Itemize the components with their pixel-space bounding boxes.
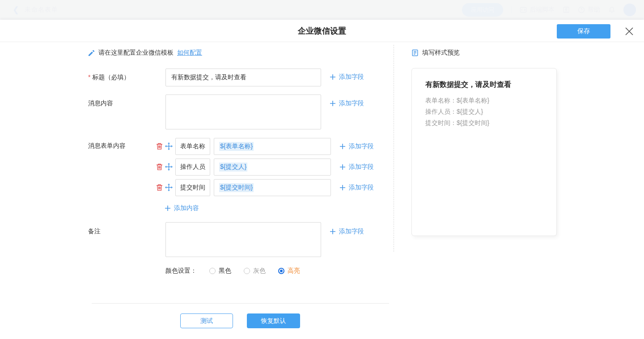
title-input[interactable] (165, 69, 321, 86)
delete-icon[interactable] (156, 184, 163, 191)
add-field-title-link[interactable]: 添加字段 (330, 73, 364, 81)
remark-textarea[interactable] (165, 222, 321, 257)
screen: ❮ 未命名表单 应用访问 后端脚本 帮助 (0, 0, 644, 339)
plus-icon (330, 228, 336, 235)
color-setting-row: 颜色设置： 黑色 灰色 高亮 (165, 267, 300, 275)
plus-icon (165, 205, 171, 211)
save-button[interactable]: 保存 (557, 24, 610, 39)
field-row: ${表单名称} 添加字段 (0, 138, 394, 155)
field-name-input[interactable] (175, 179, 210, 196)
field-token-input[interactable]: ${表单名称} (214, 138, 331, 155)
field-token-input[interactable]: ${提交人} (214, 159, 331, 176)
panel-divider (394, 45, 394, 252)
config-hint-text: 请在这里配置企业微信模板 (98, 49, 174, 57)
move-icon[interactable] (165, 163, 173, 171)
field-name-input[interactable] (175, 159, 210, 176)
field-row: ${提交人} 添加字段 (0, 159, 394, 176)
color-option-gray[interactable]: 灰色 (244, 267, 266, 275)
preview-line: 操作人员：${提交人} (425, 106, 543, 117)
document-icon (411, 49, 419, 56)
add-field-row-link[interactable]: 添加字段 (339, 142, 374, 150)
test-button[interactable]: 测试 (180, 313, 233, 328)
move-icon[interactable] (165, 184, 173, 191)
message-content-textarea[interactable] (165, 94, 321, 129)
color-option-black[interactable]: 黑色 (209, 267, 231, 275)
preview-header-label: 填写样式预览 (422, 49, 460, 57)
restore-default-button[interactable]: 恢复默认 (247, 313, 300, 328)
plus-icon (330, 100, 336, 107)
token-chip: ${表单名称} (219, 142, 254, 151)
delete-icon[interactable] (156, 142, 163, 150)
remark-label: 备注 (88, 227, 101, 236)
field-token-input[interactable]: ${提交时间} (214, 179, 331, 196)
add-field-remark-link[interactable]: 添加字段 (330, 227, 364, 236)
preview-card: 有新数据提交，请及时查看 表单名称：${表单名称} 操作人员：${提交人} 提交… (411, 68, 557, 236)
how-to-configure-link[interactable]: 如何配置 (177, 49, 202, 57)
color-option-highlight[interactable]: 高亮 (278, 267, 300, 275)
color-setting-label: 颜色设置： (165, 267, 197, 275)
modal-overlay (0, 0, 644, 20)
field-name-input[interactable] (175, 138, 210, 155)
config-hint-row: 请在这里配置企业微信模板 如何配置 (88, 49, 202, 57)
plus-icon (330, 74, 336, 80)
field-row: ${提交时间} 添加字段 (0, 179, 394, 196)
plus-icon (339, 185, 346, 191)
token-chip: ${提交时间} (219, 183, 254, 192)
move-icon[interactable] (165, 142, 173, 150)
radio-icon (244, 268, 250, 274)
token-chip: ${提交人} (219, 163, 247, 172)
message-content-label: 消息内容 (88, 99, 113, 107)
close-icon[interactable] (623, 26, 635, 37)
plus-icon (339, 164, 346, 170)
add-field-message-link[interactable]: 添加字段 (330, 99, 364, 107)
preview-header: 填写样式预览 (411, 49, 460, 57)
radio-icon (209, 268, 216, 274)
radio-selected-icon (278, 268, 284, 274)
add-field-row-link[interactable]: 添加字段 (339, 184, 374, 192)
modal-title: 企业微信设置 (298, 26, 346, 36)
preview-line: 提交时间：${提交时间} (425, 117, 543, 129)
plus-icon (339, 143, 346, 150)
modal-header: 企业微信设置 保存 (0, 20, 644, 42)
add-field-row-link[interactable]: 添加字段 (339, 163, 374, 171)
preview-card-title: 有新数据提交，请及时查看 (425, 80, 543, 90)
app-topbar: ❮ 未命名表单 应用访问 后端脚本 帮助 (0, 0, 644, 20)
add-content-link[interactable]: 添加内容 (165, 204, 199, 212)
delete-icon[interactable] (156, 163, 163, 171)
pencil-icon (88, 50, 95, 56)
preview-line: 表单名称：${表单名称} (425, 95, 543, 106)
title-field-label: *标题（必填） (88, 73, 130, 82)
bottom-divider (92, 303, 389, 304)
required-asterisk: * (88, 73, 90, 81)
wecom-settings-modal: 企业微信设置 保存 请在这里配置企业微信模板 如何配置 *标题（必填） 添加字段… (0, 20, 644, 339)
